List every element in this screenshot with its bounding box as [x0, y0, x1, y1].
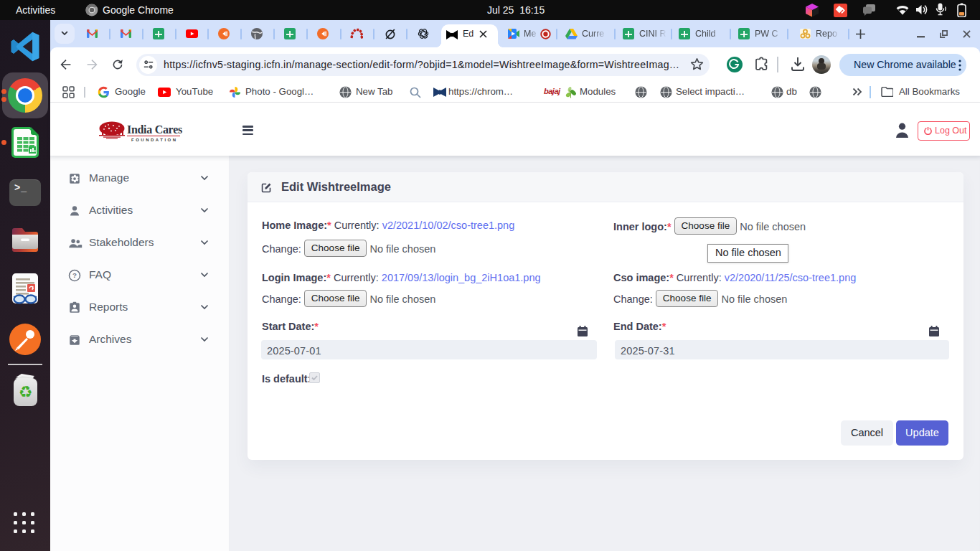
svg-text:♻: ♻	[19, 383, 33, 401]
svg-text:?: ?	[72, 271, 77, 279]
